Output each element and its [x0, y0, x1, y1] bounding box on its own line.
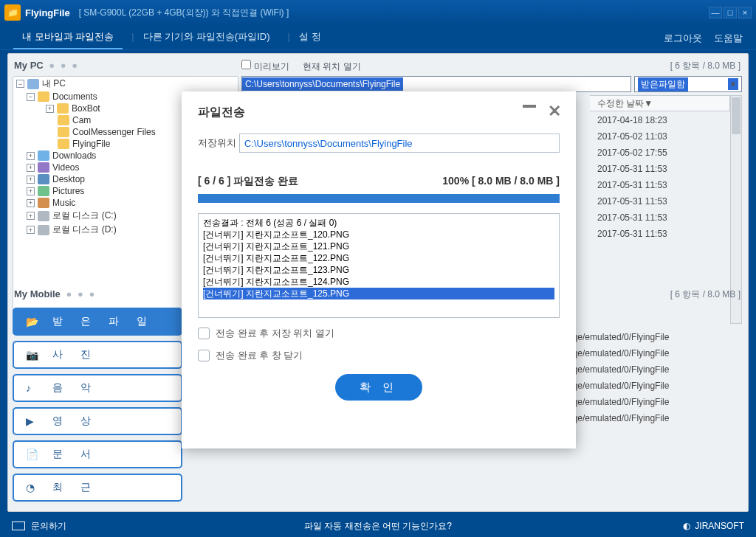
progress-text-right: 100% [ 8.0 MB / 8.0 MB ]: [442, 175, 560, 188]
close-after-checkbox[interactable]: 전송 완료 후 창 닫기: [198, 349, 560, 362]
tab-mobile-transfer[interactable]: 내 모바일과 파일전송: [13, 30, 123, 49]
tree-disk-c[interactable]: 로컬 디스크 (C:): [52, 209, 117, 222]
open-location-checkbox[interactable]: 전송 완료 후 저장 위치 열기: [198, 327, 560, 340]
tree-cam[interactable]: Cam: [72, 115, 91, 125]
dialog-title: 파일전송: [198, 105, 560, 120]
log-line: [건너뛰기] 지란지교소프트_121.PNG: [203, 240, 554, 252]
mobile-item-count: [ 6 항목 / 8.0 MB ]: [670, 288, 740, 301]
tree-cool[interactable]: CoolMessenger Files: [72, 127, 156, 137]
tree-desktop[interactable]: Desktop: [52, 174, 85, 184]
list-item[interactable]: age/emulated/0/FlyingFile: [568, 412, 730, 429]
preview-checkbox[interactable]: 미리보기: [241, 60, 289, 73]
tab-device-transfer[interactable]: 다른 기기와 파일전송(파일ID): [123, 30, 278, 49]
footer-tip[interactable]: 파일 자동 재전송은 어떤 기능인가요?: [304, 520, 452, 533]
open-location-link[interactable]: 현재 위치 열기: [303, 60, 361, 73]
sidebar-document[interactable]: 📄문 서: [13, 440, 182, 468]
log-line: [건너뛰기] 지란지교소프트_122.PNG: [203, 252, 554, 264]
main-tabbar: 내 모바일과 파일전송 다른 기기와 파일전송(파일ID) 설 정 로그아웃 도…: [0, 25, 756, 50]
list-item[interactable]: age/emulated/0/FlyingFile: [568, 396, 730, 412]
titlebar: 📁 FlyingFile [ SM-G900L (22GB + 4GB(외장))…: [0, 0, 756, 25]
tree-downloads[interactable]: Downloads: [52, 150, 96, 161]
tree-music[interactable]: Music: [52, 198, 75, 208]
tree-flyingfile[interactable]: FlyingFile: [72, 139, 110, 149]
transfer-log[interactable]: 전송결과 : 전체 6 (성공 6 / 실패 0) [건너뛰기] 지란지교소프트…: [198, 213, 560, 318]
list-item[interactable]: age/emulated/0/FlyingFile: [568, 380, 730, 396]
mymobile-header: My Mobile ● ● ●: [14, 288, 96, 299]
dialog-close-button[interactable]: ✕: [548, 102, 561, 121]
help-link[interactable]: 도움말: [714, 32, 743, 49]
tree-videos[interactable]: Videos: [52, 162, 79, 173]
tree-root[interactable]: 내 PC: [42, 77, 66, 90]
device-info: [ SM-G900L (22GB + 4GB(외장)) 와 직접연결 (WiFi…: [79, 7, 289, 19]
tree-pictures[interactable]: Pictures: [52, 186, 84, 196]
maximize-button[interactable]: □: [724, 7, 737, 18]
tree-disk-d[interactable]: 로컬 디스크 (D:): [52, 224, 117, 236]
log-line: [건너뛰기] 지란지교소프트_123.PNG: [203, 264, 554, 276]
music-icon: ♪: [26, 382, 42, 394]
sidebar-video[interactable]: ▶영 상: [13, 407, 182, 435]
path-input[interactable]: C:\Users\tonnyss\Documents\FlyingFile: [241, 76, 631, 92]
progress-bar: [198, 194, 560, 203]
tree-boxbot[interactable]: BoxBot: [72, 103, 100, 114]
folder-open-icon: 📂: [26, 316, 42, 328]
log-line-selected[interactable]: [건너뛰기] 지란지교소프트_125.PNG: [203, 288, 554, 299]
log-line: 전송결과 : 전체 6 (성공 6 / 실패 0): [203, 217, 554, 229]
sidebar-music[interactable]: ♪음 악: [13, 374, 182, 402]
list-item[interactable]: age/emulated/0/FlyingFile: [568, 331, 730, 347]
sidebar-recent[interactable]: ◔최 근: [13, 474, 182, 502]
minimize-button[interactable]: —: [709, 7, 722, 18]
brand-icon: ◐: [683, 521, 690, 531]
column-header-date[interactable]: 수정한 날짜▼: [590, 95, 730, 111]
logout-link[interactable]: 로그아웃: [664, 32, 702, 49]
sidebar-received[interactable]: 📂받 은 파 일: [13, 308, 182, 336]
list-item[interactable]: 2017-05-31 11:53: [590, 178, 730, 194]
app-name: FlyingFile: [25, 7, 70, 18]
dialog-minimize-button[interactable]: [523, 105, 536, 108]
list-item[interactable]: 2017-05-02 11:03: [590, 129, 730, 145]
list-item[interactable]: age/emulated/0/FlyingFile: [568, 347, 730, 364]
mobile-paths-column: age/emulated/0/FlyingFile age/emulated/0…: [568, 331, 730, 429]
transfer-dialog: 파일전송 ✕ 저장위치 C:\Users\tonnyss\Documents\F…: [182, 91, 576, 448]
video-icon: ▶: [26, 415, 42, 427]
sidebar-photo[interactable]: 📷사 진: [13, 341, 182, 369]
app-logo-icon: 📁: [4, 4, 21, 21]
mypc-header: My PC ● ● ●: [14, 60, 79, 71]
list-item[interactable]: 2017-05-31 11:53: [590, 210, 730, 226]
save-location-input[interactable]: C:\Users\tonnyss\Documents\FlyingFile: [239, 134, 560, 153]
camera-icon: 📷: [26, 349, 42, 361]
list-item[interactable]: age/emulated/0/FlyingFile: [568, 364, 730, 380]
document-icon: 📄: [26, 448, 42, 460]
ok-button[interactable]: 확 인: [335, 374, 422, 401]
contact-link[interactable]: 문의하기: [31, 520, 66, 533]
clock-icon: ◔: [26, 482, 42, 493]
footer: 문의하기 파일 자동 재전송은 어떤 기능인가요? ◐JIRANSOFT: [0, 515, 756, 537]
list-item[interactable]: 2017-05-31 11:53: [590, 226, 730, 243]
tree-documents[interactable]: Documents: [52, 91, 97, 102]
mail-icon: [12, 522, 25, 530]
brand-label: JIRANSOFT: [695, 521, 744, 531]
tab-settings[interactable]: 설 정: [279, 30, 330, 49]
item-count: [ 6 항목 / 8.0 MB ]: [670, 60, 740, 72]
log-line: [건너뛰기] 지란지교소프트_120.PNG: [203, 229, 554, 240]
save-location-label: 저장위치: [198, 136, 239, 150]
list-item[interactable]: 2017-04-18 18:23: [590, 113, 730, 129]
progress-text-left: [ 6 / 6 ] 파일전송 완료: [198, 175, 298, 188]
list-item[interactable]: 2017-05-02 17:55: [590, 145, 730, 162]
inbox-select[interactable]: 받은파일함▾: [634, 76, 742, 92]
list-item[interactable]: 2017-05-31 11:53: [590, 162, 730, 178]
date-column: 2017-04-18 18:23 2017-05-02 11:03 2017-0…: [590, 113, 730, 243]
close-button[interactable]: ×: [738, 7, 752, 18]
list-item[interactable]: 2017-05-31 11:53: [590, 194, 730, 210]
log-line: [건너뛰기] 지란지교소프트_124.PNG: [203, 276, 554, 288]
